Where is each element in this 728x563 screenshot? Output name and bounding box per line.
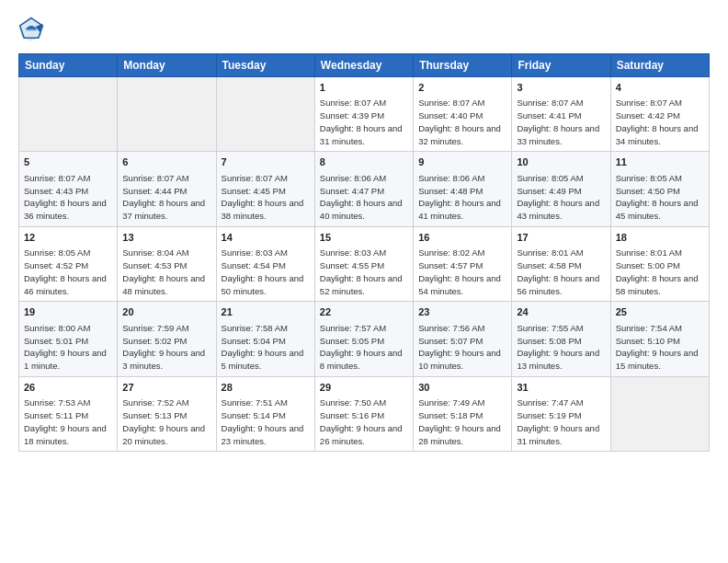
day-info: Sunrise: 8:07 AM Sunset: 4:39 PM Dayligh… xyxy=(320,97,408,147)
day-number: 24 xyxy=(517,305,605,319)
logo-icon xyxy=(18,17,44,42)
day-number: 29 xyxy=(320,381,408,395)
day-info: Sunrise: 8:07 AM Sunset: 4:45 PM Dayligh… xyxy=(222,172,310,223)
day-number: 25 xyxy=(616,305,704,319)
day-info: Sunrise: 7:50 AM Sunset: 5:16 PM Dayligh… xyxy=(320,396,408,447)
day-number: 14 xyxy=(222,231,310,245)
calendar-cell: 4Sunrise: 8:07 AM Sunset: 4:42 PM Daylig… xyxy=(610,77,709,152)
day-info: Sunrise: 8:07 AM Sunset: 4:44 PM Dayligh… xyxy=(122,172,210,223)
day-info: Sunrise: 7:54 AM Sunset: 5:10 PM Dayligh… xyxy=(616,322,704,373)
logo xyxy=(18,17,48,42)
calendar-cell: 17Sunrise: 8:01 AM Sunset: 4:58 PM Dayli… xyxy=(512,226,610,301)
day-info: Sunrise: 7:51 AM Sunset: 5:14 PM Dayligh… xyxy=(222,396,310,447)
day-info: Sunrise: 8:00 AM Sunset: 5:01 PM Dayligh… xyxy=(24,322,112,373)
weekday-header-sunday: Sunday xyxy=(19,54,118,77)
calendar-cell: 23Sunrise: 7:56 AM Sunset: 5:07 PM Dayli… xyxy=(414,302,512,376)
day-number: 27 xyxy=(122,381,210,395)
weekday-header-thursday: Thursday xyxy=(414,54,512,77)
day-number: 18 xyxy=(616,231,704,245)
day-number: 4 xyxy=(616,81,704,95)
day-number: 31 xyxy=(517,381,605,395)
day-info: Sunrise: 7:56 AM Sunset: 5:07 PM Dayligh… xyxy=(418,322,506,373)
day-number: 9 xyxy=(418,155,506,169)
calendar-cell: 29Sunrise: 7:50 AM Sunset: 5:16 PM Dayli… xyxy=(314,376,413,451)
calendar-cell: 6Sunrise: 8:07 AM Sunset: 4:44 PM Daylig… xyxy=(118,152,216,226)
calendar-cell: 15Sunrise: 8:03 AM Sunset: 4:55 PM Dayli… xyxy=(314,226,413,301)
weekday-header-saturday: Saturday xyxy=(610,54,709,77)
day-number: 10 xyxy=(517,155,605,169)
calendar-week-row: 12Sunrise: 8:05 AM Sunset: 4:52 PM Dayli… xyxy=(19,226,710,301)
day-info: Sunrise: 8:05 AM Sunset: 4:50 PM Dayligh… xyxy=(616,172,704,223)
calendar-cell xyxy=(118,77,216,152)
day-number: 28 xyxy=(222,381,310,395)
day-info: Sunrise: 8:06 AM Sunset: 4:48 PM Dayligh… xyxy=(418,172,506,223)
calendar-cell: 30Sunrise: 7:49 AM Sunset: 5:18 PM Dayli… xyxy=(414,376,512,451)
day-number: 23 xyxy=(418,305,506,319)
weekday-header-friday: Friday xyxy=(512,54,610,77)
calendar-cell: 8Sunrise: 8:06 AM Sunset: 4:47 PM Daylig… xyxy=(314,152,413,226)
day-number: 12 xyxy=(24,231,112,245)
day-number: 7 xyxy=(222,155,310,169)
calendar-cell: 31Sunrise: 7:47 AM Sunset: 5:19 PM Dayli… xyxy=(512,376,610,451)
calendar-cell: 14Sunrise: 8:03 AM Sunset: 4:54 PM Dayli… xyxy=(216,226,314,301)
page: SundayMondayTuesdayWednesdayThursdayFrid… xyxy=(0,0,728,468)
day-info: Sunrise: 7:53 AM Sunset: 5:11 PM Dayligh… xyxy=(24,396,112,447)
calendar-cell: 1Sunrise: 8:07 AM Sunset: 4:39 PM Daylig… xyxy=(314,77,413,152)
calendar-cell: 27Sunrise: 7:52 AM Sunset: 5:13 PM Dayli… xyxy=(118,376,216,451)
day-number: 30 xyxy=(418,381,506,395)
day-number: 21 xyxy=(222,305,310,319)
day-info: Sunrise: 8:05 AM Sunset: 4:49 PM Dayligh… xyxy=(517,172,605,223)
calendar-cell: 9Sunrise: 8:06 AM Sunset: 4:48 PM Daylig… xyxy=(414,152,512,226)
calendar-cell: 7Sunrise: 8:07 AM Sunset: 4:45 PM Daylig… xyxy=(216,152,314,226)
day-info: Sunrise: 8:01 AM Sunset: 5:00 PM Dayligh… xyxy=(616,247,704,297)
calendar-cell xyxy=(610,376,709,451)
day-number: 6 xyxy=(122,155,210,169)
day-info: Sunrise: 7:55 AM Sunset: 5:08 PM Dayligh… xyxy=(517,322,605,373)
calendar-cell: 25Sunrise: 7:54 AM Sunset: 5:10 PM Dayli… xyxy=(610,302,709,376)
calendar-cell: 3Sunrise: 8:07 AM Sunset: 4:41 PM Daylig… xyxy=(512,77,610,152)
calendar-cell: 16Sunrise: 8:02 AM Sunset: 4:57 PM Dayli… xyxy=(414,226,512,301)
day-number: 19 xyxy=(24,305,112,319)
day-info: Sunrise: 8:01 AM Sunset: 4:58 PM Dayligh… xyxy=(517,247,605,297)
weekday-header-row: SundayMondayTuesdayWednesdayThursdayFrid… xyxy=(19,54,710,77)
day-info: Sunrise: 8:05 AM Sunset: 4:52 PM Dayligh… xyxy=(24,247,112,297)
day-number: 13 xyxy=(122,231,210,245)
calendar-cell: 28Sunrise: 7:51 AM Sunset: 5:14 PM Dayli… xyxy=(216,376,314,451)
calendar-cell xyxy=(216,77,314,152)
day-info: Sunrise: 8:04 AM Sunset: 4:53 PM Dayligh… xyxy=(122,247,210,297)
calendar-cell: 24Sunrise: 7:55 AM Sunset: 5:08 PM Dayli… xyxy=(512,302,610,376)
weekday-header-tuesday: Tuesday xyxy=(216,54,314,77)
day-info: Sunrise: 8:06 AM Sunset: 4:47 PM Dayligh… xyxy=(320,172,408,223)
day-number: 11 xyxy=(616,155,704,169)
calendar-cell xyxy=(19,77,118,152)
calendar-cell: 10Sunrise: 8:05 AM Sunset: 4:49 PM Dayli… xyxy=(512,152,610,226)
day-number: 16 xyxy=(418,231,506,245)
day-info: Sunrise: 7:52 AM Sunset: 5:13 PM Dayligh… xyxy=(122,396,210,447)
day-info: Sunrise: 7:57 AM Sunset: 5:05 PM Dayligh… xyxy=(320,322,408,373)
calendar-cell: 21Sunrise: 7:58 AM Sunset: 5:04 PM Dayli… xyxy=(216,302,314,376)
day-info: Sunrise: 7:49 AM Sunset: 5:18 PM Dayligh… xyxy=(418,396,506,447)
day-number: 3 xyxy=(517,81,605,95)
calendar-week-row: 19Sunrise: 8:00 AM Sunset: 5:01 PM Dayli… xyxy=(19,302,710,376)
day-info: Sunrise: 7:47 AM Sunset: 5:19 PM Dayligh… xyxy=(517,396,605,447)
calendar-cell: 13Sunrise: 8:04 AM Sunset: 4:53 PM Dayli… xyxy=(118,226,216,301)
day-number: 8 xyxy=(320,155,408,169)
calendar-week-row: 1Sunrise: 8:07 AM Sunset: 4:39 PM Daylig… xyxy=(19,77,710,152)
weekday-header-monday: Monday xyxy=(118,54,216,77)
calendar-table: SundayMondayTuesdayWednesdayThursdayFrid… xyxy=(18,53,710,452)
calendar-cell: 2Sunrise: 8:07 AM Sunset: 4:40 PM Daylig… xyxy=(414,77,512,152)
day-number: 15 xyxy=(320,231,408,245)
day-number: 20 xyxy=(122,305,210,319)
calendar-cell: 11Sunrise: 8:05 AM Sunset: 4:50 PM Dayli… xyxy=(610,152,709,226)
calendar-cell: 26Sunrise: 7:53 AM Sunset: 5:11 PM Dayli… xyxy=(19,376,118,451)
day-number: 26 xyxy=(24,381,112,395)
day-info: Sunrise: 8:07 AM Sunset: 4:43 PM Dayligh… xyxy=(24,172,112,223)
header xyxy=(18,17,710,42)
day-info: Sunrise: 7:59 AM Sunset: 5:02 PM Dayligh… xyxy=(122,322,210,373)
calendar-cell: 22Sunrise: 7:57 AM Sunset: 5:05 PM Dayli… xyxy=(314,302,413,376)
calendar-cell: 19Sunrise: 8:00 AM Sunset: 5:01 PM Dayli… xyxy=(19,302,118,376)
day-number: 22 xyxy=(320,305,408,319)
calendar-cell: 18Sunrise: 8:01 AM Sunset: 5:00 PM Dayli… xyxy=(610,226,709,301)
calendar-week-row: 5Sunrise: 8:07 AM Sunset: 4:43 PM Daylig… xyxy=(19,152,710,226)
day-number: 2 xyxy=(418,81,506,95)
